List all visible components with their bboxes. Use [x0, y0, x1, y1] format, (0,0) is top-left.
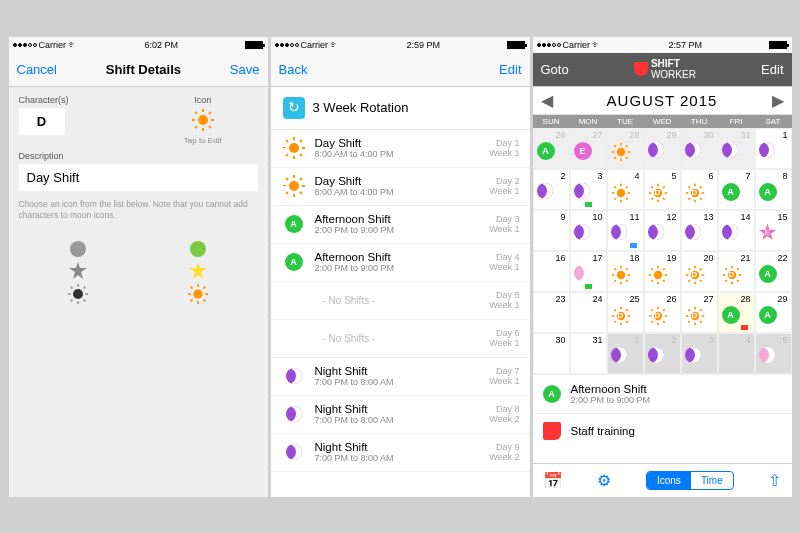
shift-row[interactable]: Night Shift7:00 PM to 8:00 AMDay 9Week 2 — [271, 434, 530, 472]
calendar-cell[interactable]: 16 — [533, 251, 570, 292]
rotation-header[interactable]: 3 Week Rotation — [271, 87, 530, 130]
calendar-cell[interactable]: 2 — [644, 333, 681, 374]
selected-icon[interactable] — [191, 108, 215, 132]
shift-row[interactable]: Night Shift7:00 PM to 8:00 AMDay 8Week 2 — [271, 396, 530, 434]
calendar-cell[interactable]: 6D — [681, 169, 718, 210]
calendar-cell[interactable]: 29 — [644, 128, 681, 169]
calendar-cell[interactable]: 17 — [570, 251, 607, 292]
calendar-cell[interactable]: 2 — [533, 169, 570, 210]
app-logo: SHIFTWORKER — [634, 58, 696, 80]
calendar-cell[interactable]: 31 — [570, 333, 607, 374]
calendar-cell[interactable]: 5D — [644, 169, 681, 210]
calendar-cell[interactable]: 24 — [570, 292, 607, 333]
calendar-cell[interactable]: 28 — [607, 128, 644, 169]
nav-bar: Cancel Shift Details Save — [9, 53, 268, 87]
event-row[interactable]: Staff training — [533, 413, 792, 448]
icon-picker[interactable] — [19, 239, 258, 327]
svg-marker-13 — [189, 262, 207, 279]
svg-point-9 — [70, 241, 86, 257]
calendar-icon[interactable]: 📅 — [543, 471, 563, 490]
clock: 6:02 PM — [144, 40, 178, 50]
nav-bar: Back Edit — [271, 53, 530, 87]
calendar-cell[interactable]: 22A — [755, 251, 792, 292]
circle-icon[interactable] — [68, 239, 88, 259]
edit-button[interactable]: Edit — [499, 62, 521, 77]
calendar-cell[interactable]: 28A — [718, 292, 755, 333]
status-bar: Carrierᯤ 2:57 PM — [533, 37, 792, 53]
calendar-cell[interactable]: 30 — [533, 333, 570, 374]
status-bar: Carrier ᯤ 6:02 PM — [9, 37, 268, 53]
moon-pink-icon[interactable] — [188, 307, 208, 327]
calendar-cell[interactable]: 21D — [718, 251, 755, 292]
shift-row[interactable]: DDay Shift8:00 AM to 4:00 PMDay 1Week 1 — [271, 130, 530, 168]
calendar-cell[interactable]: 31 — [718, 128, 755, 169]
calendar-cell[interactable]: 12 — [644, 210, 681, 251]
screen-shift-details: Carrier ᯤ 6:02 PM Cancel Shift Details S… — [9, 37, 268, 497]
shift-row[interactable]: Night Shift7:00 PM to 8:00 AMDay 7Week 1 — [271, 358, 530, 396]
calendar-cell[interactable]: 13 — [681, 210, 718, 251]
calendar-cell[interactable]: 25D — [607, 292, 644, 333]
cancel-button[interactable]: Cancel — [17, 62, 57, 77]
sun-icon[interactable] — [67, 283, 89, 305]
goto-button[interactable]: Goto — [541, 62, 569, 77]
month-header: ◀ AUGUST 2015 ▶ — [533, 87, 792, 115]
calendar-cell[interactable]: 4 — [718, 333, 755, 374]
moon-icon[interactable] — [68, 307, 88, 327]
calendar-cell[interactable]: 20D — [681, 251, 718, 292]
calendar-cell[interactable]: 18 — [607, 251, 644, 292]
calendar-cell[interactable]: 8A — [755, 169, 792, 210]
rotation-icon — [283, 97, 305, 119]
calendar-cell[interactable]: 7A — [718, 169, 755, 210]
circle-green-icon[interactable] — [188, 239, 208, 259]
sun-orange-icon[interactable] — [187, 283, 209, 305]
icon-label: Icon — [148, 95, 258, 105]
note-icon — [543, 422, 561, 440]
calendar-cell[interactable]: 27D — [681, 292, 718, 333]
help-text: Choose an icon from the list below. Note… — [19, 199, 258, 221]
calendar-cell[interactable]: 23 — [533, 292, 570, 333]
view-toggle[interactable]: Icons Time — [646, 471, 734, 490]
screen-calendar: Carrierᯤ 2:57 PM Goto SHIFTWORKER Edit ◀… — [533, 37, 792, 497]
shift-row[interactable]: AAfternoon Shift2:00 PM to 9:00 PMDay 4W… — [271, 244, 530, 282]
characters-input[interactable]: D — [19, 108, 65, 135]
calendar-cell[interactable]: 3 — [681, 333, 718, 374]
shift-row[interactable]: - No Shifts -Day 6Week 1 — [271, 320, 530, 358]
back-button[interactable]: Back — [279, 62, 308, 77]
description-label: Description — [19, 151, 258, 161]
calendar-cell[interactable]: 4 — [607, 169, 644, 210]
save-button[interactable]: Save — [230, 62, 260, 77]
calendar-cell[interactable]: 5 — [755, 333, 792, 374]
description-input[interactable]: Day Shift — [19, 164, 258, 191]
calendar-cell[interactable]: 1 — [755, 128, 792, 169]
page-title: Shift Details — [106, 62, 181, 77]
calendar-cell[interactable]: 19 — [644, 251, 681, 292]
share-icon[interactable]: ⇧ — [768, 471, 781, 490]
star-yellow-icon[interactable] — [188, 261, 208, 281]
calendar-cell[interactable]: 3 — [570, 169, 607, 210]
star-icon[interactable] — [68, 261, 88, 281]
calendar-cell[interactable]: 14 — [718, 210, 755, 251]
calendar-cell[interactable]: 15E — [755, 210, 792, 251]
time-tab[interactable]: Time — [691, 472, 733, 489]
calendar-cell[interactable]: 26A — [533, 128, 570, 169]
shift-row[interactable]: - No Shifts -Day 5Week 1 — [271, 282, 530, 320]
wifi-icon: ᯤ — [68, 40, 77, 50]
selected-shift-detail[interactable]: A Afternoon Shift 2:00 PM to 9:00 PM — [533, 374, 792, 413]
calendar-cell[interactable]: 1 — [607, 333, 644, 374]
calendar-cell[interactable]: 30 — [681, 128, 718, 169]
calendar-cell[interactable]: 11 — [607, 210, 644, 251]
prev-month-button[interactable]: ◀ — [541, 91, 553, 110]
shift-row[interactable]: AAfternoon Shift2:00 PM to 9:00 PMDay 3W… — [271, 206, 530, 244]
next-month-button[interactable]: ▶ — [772, 91, 784, 110]
edit-button[interactable]: Edit — [761, 62, 783, 77]
shift-row[interactable]: DDay Shift8:00 AM to 4:00 PMDay 2Week 1 — [271, 168, 530, 206]
calendar-cell[interactable]: 27E — [570, 128, 607, 169]
svg-point-11 — [73, 289, 83, 299]
icons-tab[interactable]: Icons — [647, 472, 691, 489]
calendar-cell[interactable]: 10 — [570, 210, 607, 251]
calendar-cell[interactable]: 26D — [644, 292, 681, 333]
toolbar: 📅 ⚙ Icons Time ⇧ — [533, 463, 792, 497]
calendar-cell[interactable]: 9 — [533, 210, 570, 251]
settings-icon[interactable]: ⚙ — [597, 471, 611, 490]
calendar-cell[interactable]: 29A — [755, 292, 792, 333]
